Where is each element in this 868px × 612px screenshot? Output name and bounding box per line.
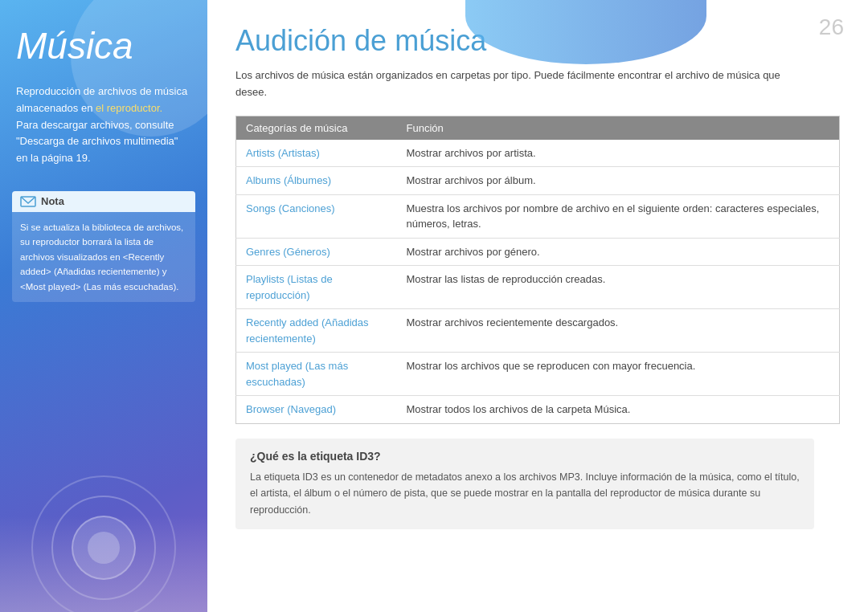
category-cell: Most played (Las más escuchadas) — [236, 353, 397, 396]
table-row: Playlists (Listas de reproducción)Mostra… — [236, 266, 840, 309]
function-cell: Mostrar archivos por artista. — [397, 140, 840, 167]
category-cell: Browser (Navegad) — [236, 396, 397, 424]
function-cell: Mostrar los archivos que se reproducen c… — [397, 353, 840, 396]
category-cell: Recently added (Añadidas recientemente) — [236, 309, 397, 353]
category-cell: Songs (Canciones) — [236, 194, 397, 238]
table-row: Recently added (Añadidas recientemente)M… — [236, 309, 840, 353]
sidebar-desc-highlight: el reproductor. — [96, 102, 162, 114]
table-row: Albums (Álbumes)Mostrar archivos por álb… — [236, 167, 840, 195]
sidebar-desc-text: Reproducción de archivos de música almac… — [16, 85, 187, 164]
table-row: Genres (Géneros)Mostrar archivos por gén… — [236, 238, 840, 266]
function-cell: Mostrar archivos recientemente descargad… — [397, 309, 840, 353]
col1-header: Categorías de música — [236, 116, 397, 140]
table-row: Artists (Artistas)Mostrar archivos por a… — [236, 140, 840, 167]
music-categories-table: Categorías de música Función Artists (Ar… — [235, 116, 840, 424]
note-label: Nota — [41, 195, 64, 207]
category-cell: Playlists (Listas de reproducción) — [236, 266, 397, 309]
function-cell: Mostrar todos los archivos de la carpeta… — [397, 396, 840, 424]
sidebar-title: Música — [0, 0, 207, 84]
function-cell: Muestra los archivos por nombre de archi… — [397, 194, 840, 238]
function-cell: Mostrar archivos por álbum. — [397, 167, 840, 195]
note-header: Nota — [12, 191, 195, 212]
function-cell: Mostrar las listas de reproducción cread… — [397, 266, 840, 309]
sidebar: Música Reproducción de archivos de músic… — [0, 0, 207, 612]
note-content: Si se actualiza la biblioteca de archivo… — [12, 212, 195, 302]
id3-box: ¿Qué es la etiqueta ID3? La etiqueta ID3… — [235, 439, 814, 530]
sidebar-bottom-fade — [0, 516, 207, 612]
sidebar-description: Reproducción de archivos de música almac… — [0, 84, 207, 183]
table-row: Songs (Canciones)Muestra los archivos po… — [236, 194, 840, 238]
id3-box-title: ¿Qué es la etiqueta ID3? — [250, 450, 800, 463]
col2-header: Función — [397, 116, 840, 140]
main-content: 26 Audición de música Los archivos de mú… — [207, 0, 868, 612]
intro-text: Los archivos de música están organizados… — [235, 67, 814, 101]
category-cell: Genres (Géneros) — [236, 238, 397, 266]
function-cell: Mostrar archivos por género. — [397, 238, 840, 266]
category-cell: Albums (Álbumes) — [236, 167, 397, 195]
id3-box-text: La etiqueta ID3 es un contenedor de meta… — [250, 469, 800, 519]
page-number: 26 — [819, 14, 844, 40]
category-cell: Artists (Artistas) — [236, 140, 397, 167]
note-icon — [20, 195, 36, 208]
table-row: Most played (Las más escuchadas)Mostrar … — [236, 353, 840, 396]
table-row: Browser (Navegad)Mostrar todos los archi… — [236, 396, 840, 424]
note-box: Nota Si se actualiza la biblioteca de ar… — [12, 191, 195, 302]
